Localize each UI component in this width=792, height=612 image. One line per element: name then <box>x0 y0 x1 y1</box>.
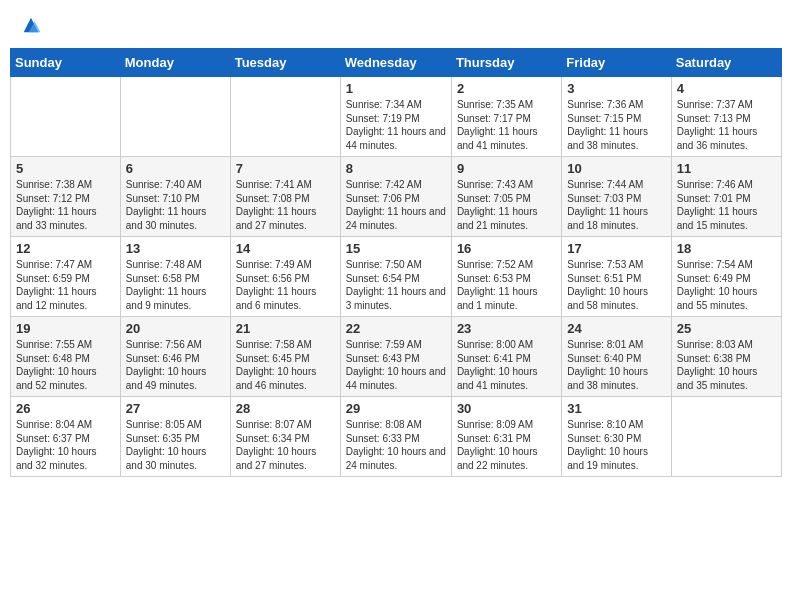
calendar-header-row: SundayMondayTuesdayWednesdayThursdayFrid… <box>11 49 782 77</box>
calendar-cell: 21Sunrise: 7:58 AMSunset: 6:45 PMDayligh… <box>230 317 340 397</box>
calendar-cell: 22Sunrise: 7:59 AMSunset: 6:43 PMDayligh… <box>340 317 451 397</box>
day-number: 2 <box>457 81 556 96</box>
day-number: 1 <box>346 81 446 96</box>
calendar-week-4: 19Sunrise: 7:55 AMSunset: 6:48 PMDayligh… <box>11 317 782 397</box>
day-info: Sunrise: 8:04 AMSunset: 6:37 PMDaylight:… <box>16 418 115 472</box>
calendar-cell: 6Sunrise: 7:40 AMSunset: 7:10 PMDaylight… <box>120 157 230 237</box>
day-header-monday: Monday <box>120 49 230 77</box>
calendar-cell: 13Sunrise: 7:48 AMSunset: 6:58 PMDayligh… <box>120 237 230 317</box>
day-header-thursday: Thursday <box>451 49 561 77</box>
day-number: 3 <box>567 81 665 96</box>
calendar-cell <box>11 77 121 157</box>
day-info: Sunrise: 7:46 AMSunset: 7:01 PMDaylight:… <box>677 178 776 232</box>
calendar-cell: 23Sunrise: 8:00 AMSunset: 6:41 PMDayligh… <box>451 317 561 397</box>
calendar-cell: 1Sunrise: 7:34 AMSunset: 7:19 PMDaylight… <box>340 77 451 157</box>
calendar-week-5: 26Sunrise: 8:04 AMSunset: 6:37 PMDayligh… <box>11 397 782 477</box>
calendar-cell: 20Sunrise: 7:56 AMSunset: 6:46 PMDayligh… <box>120 317 230 397</box>
calendar-cell: 24Sunrise: 8:01 AMSunset: 6:40 PMDayligh… <box>562 317 671 397</box>
calendar-cell: 16Sunrise: 7:52 AMSunset: 6:53 PMDayligh… <box>451 237 561 317</box>
day-info: Sunrise: 8:09 AMSunset: 6:31 PMDaylight:… <box>457 418 556 472</box>
day-info: Sunrise: 7:34 AMSunset: 7:19 PMDaylight:… <box>346 98 446 152</box>
day-number: 6 <box>126 161 225 176</box>
day-number: 19 <box>16 321 115 336</box>
day-header-wednesday: Wednesday <box>340 49 451 77</box>
day-number: 21 <box>236 321 335 336</box>
day-info: Sunrise: 7:54 AMSunset: 6:49 PMDaylight:… <box>677 258 776 312</box>
day-number: 26 <box>16 401 115 416</box>
day-info: Sunrise: 7:49 AMSunset: 6:56 PMDaylight:… <box>236 258 335 312</box>
calendar-cell: 17Sunrise: 7:53 AMSunset: 6:51 PMDayligh… <box>562 237 671 317</box>
day-number: 8 <box>346 161 446 176</box>
day-number: 27 <box>126 401 225 416</box>
calendar-cell: 10Sunrise: 7:44 AMSunset: 7:03 PMDayligh… <box>562 157 671 237</box>
calendar-cell <box>230 77 340 157</box>
day-info: Sunrise: 7:48 AMSunset: 6:58 PMDaylight:… <box>126 258 225 312</box>
day-info: Sunrise: 7:55 AMSunset: 6:48 PMDaylight:… <box>16 338 115 392</box>
day-info: Sunrise: 7:38 AMSunset: 7:12 PMDaylight:… <box>16 178 115 232</box>
calendar-cell: 14Sunrise: 7:49 AMSunset: 6:56 PMDayligh… <box>230 237 340 317</box>
day-number: 13 <box>126 241 225 256</box>
day-number: 23 <box>457 321 556 336</box>
day-number: 7 <box>236 161 335 176</box>
calendar-cell: 19Sunrise: 7:55 AMSunset: 6:48 PMDayligh… <box>11 317 121 397</box>
calendar-week-2: 5Sunrise: 7:38 AMSunset: 7:12 PMDaylight… <box>11 157 782 237</box>
calendar-week-1: 1Sunrise: 7:34 AMSunset: 7:19 PMDaylight… <box>11 77 782 157</box>
calendar-cell: 9Sunrise: 7:43 AMSunset: 7:05 PMDaylight… <box>451 157 561 237</box>
calendar-cell: 5Sunrise: 7:38 AMSunset: 7:12 PMDaylight… <box>11 157 121 237</box>
day-info: Sunrise: 7:58 AMSunset: 6:45 PMDaylight:… <box>236 338 335 392</box>
calendar-cell: 31Sunrise: 8:10 AMSunset: 6:30 PMDayligh… <box>562 397 671 477</box>
calendar-cell: 27Sunrise: 8:05 AMSunset: 6:35 PMDayligh… <box>120 397 230 477</box>
day-info: Sunrise: 7:36 AMSunset: 7:15 PMDaylight:… <box>567 98 665 152</box>
calendar-cell: 15Sunrise: 7:50 AMSunset: 6:54 PMDayligh… <box>340 237 451 317</box>
day-number: 14 <box>236 241 335 256</box>
day-number: 22 <box>346 321 446 336</box>
logo-icon <box>20 14 42 36</box>
calendar-cell: 12Sunrise: 7:47 AMSunset: 6:59 PMDayligh… <box>11 237 121 317</box>
day-number: 29 <box>346 401 446 416</box>
calendar-cell: 18Sunrise: 7:54 AMSunset: 6:49 PMDayligh… <box>671 237 781 317</box>
day-number: 20 <box>126 321 225 336</box>
page-header <box>10 10 782 40</box>
day-number: 11 <box>677 161 776 176</box>
day-info: Sunrise: 8:07 AMSunset: 6:34 PMDaylight:… <box>236 418 335 472</box>
calendar-cell: 4Sunrise: 7:37 AMSunset: 7:13 PMDaylight… <box>671 77 781 157</box>
day-number: 25 <box>677 321 776 336</box>
day-header-sunday: Sunday <box>11 49 121 77</box>
day-info: Sunrise: 8:01 AMSunset: 6:40 PMDaylight:… <box>567 338 665 392</box>
day-number: 5 <box>16 161 115 176</box>
day-number: 4 <box>677 81 776 96</box>
calendar-cell: 11Sunrise: 7:46 AMSunset: 7:01 PMDayligh… <box>671 157 781 237</box>
day-info: Sunrise: 7:59 AMSunset: 6:43 PMDaylight:… <box>346 338 446 392</box>
logo <box>18 14 42 36</box>
day-number: 12 <box>16 241 115 256</box>
calendar-table: SundayMondayTuesdayWednesdayThursdayFrid… <box>10 48 782 477</box>
calendar-cell: 30Sunrise: 8:09 AMSunset: 6:31 PMDayligh… <box>451 397 561 477</box>
day-number: 15 <box>346 241 446 256</box>
calendar-cell: 25Sunrise: 8:03 AMSunset: 6:38 PMDayligh… <box>671 317 781 397</box>
calendar-cell <box>120 77 230 157</box>
calendar-cell: 28Sunrise: 8:07 AMSunset: 6:34 PMDayligh… <box>230 397 340 477</box>
day-number: 28 <box>236 401 335 416</box>
day-info: Sunrise: 7:41 AMSunset: 7:08 PMDaylight:… <box>236 178 335 232</box>
calendar-cell <box>671 397 781 477</box>
day-info: Sunrise: 7:47 AMSunset: 6:59 PMDaylight:… <box>16 258 115 312</box>
day-number: 18 <box>677 241 776 256</box>
calendar-cell: 7Sunrise: 7:41 AMSunset: 7:08 PMDaylight… <box>230 157 340 237</box>
day-number: 31 <box>567 401 665 416</box>
day-info: Sunrise: 8:03 AMSunset: 6:38 PMDaylight:… <box>677 338 776 392</box>
calendar-cell: 26Sunrise: 8:04 AMSunset: 6:37 PMDayligh… <box>11 397 121 477</box>
day-number: 9 <box>457 161 556 176</box>
day-info: Sunrise: 7:44 AMSunset: 7:03 PMDaylight:… <box>567 178 665 232</box>
day-info: Sunrise: 7:42 AMSunset: 7:06 PMDaylight:… <box>346 178 446 232</box>
day-info: Sunrise: 7:37 AMSunset: 7:13 PMDaylight:… <box>677 98 776 152</box>
day-info: Sunrise: 8:00 AMSunset: 6:41 PMDaylight:… <box>457 338 556 392</box>
day-number: 17 <box>567 241 665 256</box>
calendar-cell: 2Sunrise: 7:35 AMSunset: 7:17 PMDaylight… <box>451 77 561 157</box>
day-info: Sunrise: 7:52 AMSunset: 6:53 PMDaylight:… <box>457 258 556 312</box>
day-info: Sunrise: 8:08 AMSunset: 6:33 PMDaylight:… <box>346 418 446 472</box>
day-info: Sunrise: 7:43 AMSunset: 7:05 PMDaylight:… <box>457 178 556 232</box>
calendar-cell: 8Sunrise: 7:42 AMSunset: 7:06 PMDaylight… <box>340 157 451 237</box>
day-info: Sunrise: 7:50 AMSunset: 6:54 PMDaylight:… <box>346 258 446 312</box>
day-header-saturday: Saturday <box>671 49 781 77</box>
day-number: 24 <box>567 321 665 336</box>
